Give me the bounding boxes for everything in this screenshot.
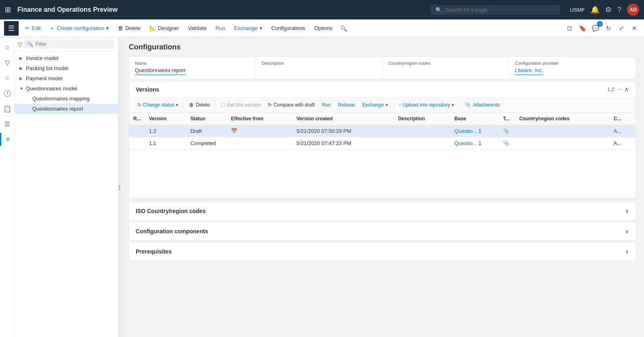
upload-repo-button[interactable]: ↑ Upload into repository ▾ bbox=[396, 100, 458, 110]
designer-button[interactable]: 📐 Designer bbox=[145, 23, 183, 34]
nav-icon-4[interactable]: 📋 bbox=[1, 102, 14, 115]
attachments-button[interactable]: 📎 Attachments bbox=[462, 100, 503, 110]
versions-toolbar: ↻ Change status ▾ 🗑 Delete ☐ Get this ve… bbox=[129, 98, 635, 113]
tree-item-packing[interactable]: ▶Packing list model bbox=[15, 63, 118, 73]
bookmark-icon[interactable]: 🔖 bbox=[577, 23, 588, 34]
designer-icon: 📐 bbox=[149, 25, 156, 31]
tree-filter-icon[interactable]: ▽ bbox=[18, 41, 22, 47]
active-list-icon[interactable]: ≡ bbox=[0, 133, 15, 146]
tree-toolbar: ▽ 🔍 bbox=[15, 37, 118, 51]
table-row[interactable]: 1.1Completed5/21/2020 07:47:23 PMQuestio… bbox=[129, 137, 635, 149]
versions-more-icon[interactable]: ··· bbox=[617, 86, 622, 92]
config-field-country: Country/region codes bbox=[383, 57, 510, 79]
section-title-components: Configuration components bbox=[136, 228, 625, 235]
col-header-r[interactable]: R... bbox=[129, 113, 145, 125]
main-layout: ⌂ ▽ ☆ 🕐 📋 ☰ ≡ ▽ 🔍 ▶Invoice model▶Packing… bbox=[0, 37, 644, 337]
tree-item-invoice[interactable]: ▶Invoice model bbox=[15, 53, 118, 63]
config-field-label-country: Country/region codes bbox=[388, 61, 503, 66]
tree-item-q-report[interactable]: Questionnaires report bbox=[15, 104, 118, 114]
search-bar[interactable]: 🔍 bbox=[431, 5, 560, 15]
app-title: Finance and Operations Preview bbox=[17, 6, 117, 13]
search-cmd-icon[interactable]: 🔍 bbox=[337, 23, 350, 33]
col-header-effectiveFrom[interactable]: Effective from bbox=[227, 113, 292, 125]
section-header-prerequisites[interactable]: Prerequisites ∨ bbox=[129, 243, 635, 260]
add-icon: ＋ bbox=[49, 25, 55, 32]
tree-item-payment[interactable]: ▶Payment model bbox=[15, 73, 118, 83]
notification-icon[interactable]: 🔔 bbox=[591, 5, 599, 14]
tree-filter-input[interactable] bbox=[36, 41, 111, 47]
configurations-button[interactable]: Configurations bbox=[267, 23, 309, 34]
delete-button[interactable]: 🗑 Delete bbox=[114, 23, 145, 34]
tree-filter-input-container[interactable]: 🔍 bbox=[24, 40, 115, 49]
versions-table-scroll[interactable]: R...VersionStatusEffective fromVersion c… bbox=[129, 113, 635, 198]
table-row[interactable]: 1.2Draft📅5/21/2020 07:50:29 PMQuestio...… bbox=[129, 125, 635, 137]
cell-status-row0: Draft bbox=[186, 125, 227, 137]
badge-icon-container[interactable]: 💬 0 bbox=[590, 23, 601, 34]
config-field-provider: Configuration provider Litware, Inc. bbox=[509, 57, 635, 79]
compare-icon: ↻ bbox=[268, 102, 272, 108]
config-field-description: Description bbox=[256, 57, 383, 79]
upload-chevron: ▾ bbox=[452, 102, 454, 108]
grid-icon[interactable]: ⊞ bbox=[5, 5, 11, 14]
versions-run-button[interactable]: Run bbox=[319, 100, 334, 110]
home-icon[interactable]: ⌂ bbox=[1, 41, 14, 53]
col-header-c[interactable]: C... bbox=[610, 113, 635, 125]
exchange-button[interactable]: Exchange ▾ bbox=[230, 23, 267, 34]
versions-exchange-button[interactable]: Exchange ▾ bbox=[359, 100, 391, 110]
tree-item-questionnaires[interactable]: ▼Questionnaires model bbox=[15, 83, 118, 94]
nav-icon-2[interactable]: ☆ bbox=[1, 71, 14, 84]
base-link-row0[interactable]: Questio... bbox=[454, 128, 477, 134]
popout-icon[interactable]: ⤢ bbox=[616, 23, 627, 34]
section-chevron-components[interactable]: ∨ bbox=[625, 228, 629, 235]
edit-button[interactable]: ✏ Edit bbox=[21, 23, 45, 34]
create-config-button[interactable]: ＋ Create configuration ▾ bbox=[45, 22, 113, 34]
versions-delete-button[interactable]: 🗑 Delete bbox=[186, 100, 213, 110]
col-header-countryRegion[interactable]: Country/region codes bbox=[515, 113, 610, 125]
section-header-iso[interactable]: ISO Country/region codes ∨ bbox=[129, 202, 635, 220]
col-header-base[interactable]: Base bbox=[450, 113, 499, 125]
change-status-button[interactable]: ↻ Change status ▾ bbox=[134, 100, 181, 110]
versions-header-row: R...VersionStatusEffective fromVersion c… bbox=[129, 113, 635, 125]
calendar-icon-row0[interactable]: 📅 bbox=[231, 128, 237, 134]
filter-icon[interactable]: ▽ bbox=[1, 56, 14, 69]
section-chevron-prerequisites[interactable]: ∨ bbox=[625, 248, 629, 255]
section-iso: ISO Country/region codes ∨ bbox=[129, 202, 636, 220]
tree-item-q-mapping[interactable]: Questionnaires mapping bbox=[15, 94, 118, 104]
config-field-value-provider[interactable]: Litware, Inc. bbox=[515, 67, 543, 75]
versions-table-body: 1.2Draft📅5/21/2020 07:50:29 PMQuestio...… bbox=[129, 125, 635, 149]
versions-collapse-icon[interactable]: ∧ bbox=[624, 85, 629, 93]
tree-label-questionnaires: Questionnaires model bbox=[26, 85, 77, 92]
col-header-status[interactable]: Status bbox=[186, 113, 227, 125]
avatar[interactable]: AD bbox=[627, 4, 639, 16]
cell-versionCreated-row0: 5/21/2020 07:50:29 PM bbox=[292, 125, 394, 137]
cell-version-row1: 1.1 bbox=[145, 137, 186, 149]
settings-icon[interactable]: ⚙ bbox=[605, 5, 612, 14]
refresh-icon[interactable]: ↻ bbox=[603, 23, 614, 34]
cell-c-row0: A... bbox=[610, 125, 635, 137]
compare-with-draft-button[interactable]: ↻ Compare with draft bbox=[264, 100, 318, 110]
search-input[interactable] bbox=[445, 7, 555, 13]
validate-button[interactable]: Validate bbox=[184, 23, 211, 34]
hamburger-icon[interactable]: ☰ bbox=[4, 21, 19, 36]
run-button[interactable]: Run bbox=[211, 23, 229, 34]
section-header-components[interactable]: Configuration components ∨ bbox=[129, 222, 635, 240]
get-this-version-button[interactable]: ☐ Get this version bbox=[218, 100, 264, 110]
section-chevron-iso[interactable]: ∨ bbox=[625, 208, 629, 214]
col-header-version[interactable]: Version bbox=[145, 113, 186, 125]
versions-title: Versions bbox=[136, 86, 607, 93]
versions-section-header[interactable]: Versions 1.2 ··· ∧ bbox=[129, 81, 635, 98]
cell-effectiveFrom-row0: 📅 bbox=[227, 125, 292, 137]
nav-icon-5[interactable]: ☰ bbox=[1, 117, 14, 130]
base-link-row1[interactable]: Questio... bbox=[454, 140, 477, 146]
edit-icon: ✏ bbox=[25, 25, 30, 31]
col-header-versionCreated[interactable]: Version created bbox=[292, 113, 394, 125]
help-icon[interactable]: ? bbox=[617, 6, 621, 14]
col-header-description[interactable]: Description bbox=[394, 113, 450, 125]
split-view-icon[interactable]: ⊡ bbox=[564, 23, 575, 34]
exchange-v-chevron: ▾ bbox=[386, 102, 388, 108]
nav-icon-3[interactable]: 🕐 bbox=[1, 87, 14, 100]
col-header-t[interactable]: T... bbox=[499, 113, 515, 125]
versions-rebase-button[interactable]: Rebase bbox=[335, 100, 358, 110]
options-button[interactable]: Options bbox=[310, 23, 337, 34]
close-icon[interactable]: ✕ bbox=[629, 23, 640, 34]
